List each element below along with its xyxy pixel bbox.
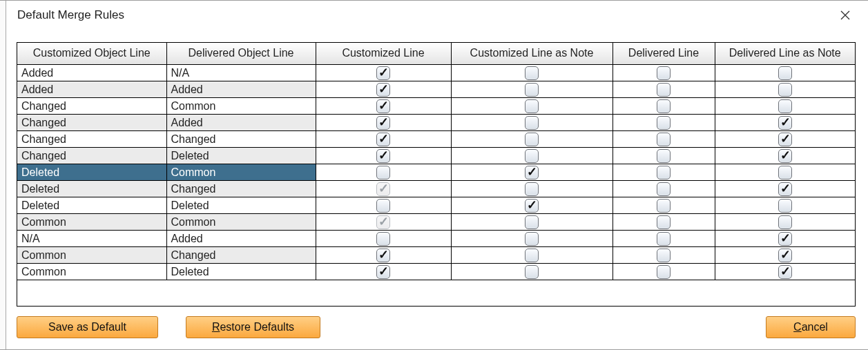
table-row[interactable]: CommonDeleted✓✓✓✓ [17,264,855,280]
titlebar: Default Merge Rules [6,1,868,30]
delivered-line-as-note-checkbox[interactable]: ✓ [778,232,792,246]
delivered-line-as-note-checkbox[interactable]: ✓ [778,83,792,97]
delivered-line-as-note-cell: ✓ [715,65,855,81]
delivered-line-checkbox[interactable]: ✓ [657,215,671,229]
delivered-line-checkbox[interactable]: ✓ [657,199,671,213]
delivered-line-as-note-checkbox[interactable]: ✓ [778,149,792,163]
delivered-line-as-note-checkbox[interactable]: ✓ [778,182,792,196]
delivered-object-cell: N/A [166,65,316,81]
customized-line-as-note-checkbox[interactable]: ✓ [525,83,539,97]
customized-line-checkbox[interactable]: ✓ [376,166,390,179]
delivered-line-as-note-checkbox[interactable]: ✓ [778,166,792,179]
table-row[interactable]: ChangedChanged✓✓✓✓ [17,131,855,148]
delivered-line-checkbox[interactable]: ✓ [657,116,671,130]
table-row[interactable]: ChangedCommon✓✓✓✓ [17,98,855,115]
check-icon: ✓ [780,115,791,129]
col-header-customized-object[interactable]: Customized Object Line [17,43,166,65]
delivered-line-as-note-checkbox[interactable]: ✓ [778,215,792,229]
table-row[interactable]: ChangedAdded✓✓✓✓ [17,115,855,131]
table-row[interactable]: AddedAdded✓✓✓✓ [17,81,855,98]
customized-line-as-note-checkbox[interactable]: ✓ [525,182,539,196]
delivered-line-checkbox[interactable]: ✓ [657,99,671,113]
table-row[interactable]: CommonCommon✓✓✓✓ [17,214,855,231]
delivered-object-cell: Common [166,98,316,115]
col-header-delivered-line[interactable]: Delivered Line [613,43,715,65]
delivered-line-as-note-checkbox[interactable]: ✓ [778,199,792,213]
customized-line-as-note-checkbox[interactable]: ✓ [525,99,539,113]
delivered-line-checkbox[interactable]: ✓ [657,182,671,196]
customized-line-checkbox[interactable]: ✓ [376,249,390,262]
close-button[interactable] [833,3,857,27]
delivered-line-checkbox[interactable]: ✓ [657,265,671,279]
delivered-line-checkbox[interactable]: ✓ [657,149,671,163]
delivered-line-as-note-cell: ✓ [715,115,855,131]
table-row[interactable]: AddedN/A✓✓✓✓ [17,65,855,81]
customized-object-cell: Common [17,264,166,280]
table-row[interactable]: DeletedChanged✓✓✓✓ [17,181,855,197]
delivered-line-checkbox[interactable]: ✓ [657,133,671,146]
customized-line-checkbox[interactable]: ✓ [376,265,390,279]
delivered-line-as-note-checkbox[interactable]: ✓ [778,99,792,113]
customized-line-checkbox[interactable]: ✓ [376,83,390,97]
button-accelerator: R [212,321,220,333]
delivered-object-cell: Added [166,231,316,247]
restore-defaults-button[interactable]: Restore Defaults [186,316,320,338]
customized-line-as-note-checkbox[interactable]: ✓ [525,166,539,179]
delivered-line-checkbox[interactable]: ✓ [657,232,671,246]
col-header-customized-line[interactable]: Customized Line [316,43,451,65]
customized-object-cell: Deleted [17,181,166,197]
customized-line-as-note-checkbox[interactable]: ✓ [525,232,539,246]
customized-line-as-note-checkbox[interactable]: ✓ [525,265,539,279]
customized-line-checkbox[interactable]: ✓ [376,133,390,146]
delivered-line-as-note-checkbox[interactable]: ✓ [778,133,792,146]
customized-line-cell: ✓ [316,264,451,280]
customized-object-cell: Added [17,81,166,98]
table-row[interactable]: N/AAdded✓✓✓✓ [17,231,855,247]
customized-line-as-note-cell: ✓ [451,181,613,197]
customized-line-cell: ✓ [316,214,451,231]
delivered-line-as-note-checkbox[interactable]: ✓ [778,116,792,130]
table-row[interactable]: ChangedDeleted✓✓✓✓ [17,148,855,164]
delivered-line-checkbox[interactable]: ✓ [657,166,671,179]
button-label-rest: ancel [802,321,828,333]
customized-line-as-note-checkbox[interactable]: ✓ [525,66,539,80]
customized-line-as-note-checkbox[interactable]: ✓ [525,133,539,146]
customized-line-checkbox[interactable]: ✓ [376,232,390,246]
frame-fragment [0,1,6,349]
customized-line-checkbox: ✓ [376,215,390,229]
customized-line-checkbox[interactable]: ✓ [376,199,390,213]
delivered-line-cell: ✓ [613,214,715,231]
delivered-line-as-note-checkbox[interactable]: ✓ [778,249,792,262]
customized-object-cell: Changed [17,148,166,164]
delivered-line-as-note-checkbox[interactable]: ✓ [778,265,792,279]
delivered-line-as-note-cell: ✓ [715,81,855,98]
customized-line-as-note-checkbox[interactable]: ✓ [525,199,539,213]
customized-line-checkbox[interactable]: ✓ [376,99,390,113]
table-row[interactable]: CommonChanged✓✓✓✓ [17,247,855,264]
delivered-line-checkbox[interactable]: ✓ [657,249,671,262]
table-row[interactable]: DeletedCommon✓✓✓✓ [17,164,855,181]
delivered-line-checkbox[interactable]: ✓ [657,66,671,80]
customized-line-as-note-checkbox[interactable]: ✓ [525,149,539,163]
button-accelerator: C [793,321,802,333]
customized-line-checkbox[interactable]: ✓ [376,116,390,130]
delivered-line-checkbox[interactable]: ✓ [657,83,671,97]
customized-line-as-note-cell: ✓ [451,148,613,164]
delivered-object-cell: Deleted [166,197,316,214]
customized-line-as-note-checkbox[interactable]: ✓ [525,116,539,130]
col-header-delivered-note[interactable]: Delivered Line as Note [715,43,855,65]
customized-line-as-note-checkbox[interactable]: ✓ [525,215,539,229]
table-row[interactable]: DeletedDeleted✓✓✓✓ [17,197,855,214]
col-header-delivered-object[interactable]: Delivered Object Line [166,43,316,65]
customized-object-cell: Deleted [17,164,166,181]
cancel-button[interactable]: Cancel [766,316,856,338]
customized-line-as-note-cell: ✓ [451,65,613,81]
customized-line-as-note-checkbox[interactable]: ✓ [525,249,539,262]
col-header-customized-note[interactable]: Customized Line as Note [451,43,613,65]
customized-line-checkbox[interactable]: ✓ [376,149,390,163]
delivered-line-as-note-cell: ✓ [715,98,855,115]
customized-line-checkbox[interactable]: ✓ [376,66,390,80]
customized-object-cell: Changed [17,131,166,148]
save-as-default-button[interactable]: Save as Default [17,316,158,338]
delivered-line-as-note-checkbox[interactable]: ✓ [778,66,792,80]
